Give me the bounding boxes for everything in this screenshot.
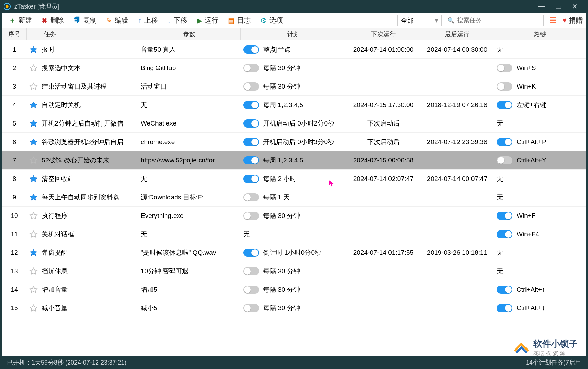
favorite-star-icon[interactable] xyxy=(29,193,38,201)
log-button[interactable]: ▤日志 xyxy=(224,14,254,26)
favorite-star-icon[interactable] xyxy=(29,249,38,257)
favorite-star-icon[interactable] xyxy=(29,267,38,275)
favorite-star-icon[interactable] xyxy=(29,138,38,146)
cell-hotkey: 左键+右键 xyxy=(494,101,586,109)
plan-toggle[interactable] xyxy=(243,267,259,275)
watermark-text: 软件小锁子 xyxy=(533,338,578,350)
move-down-button[interactable]: ↓下移 xyxy=(164,14,191,26)
move-up-button[interactable]: ↑上移 xyxy=(135,14,161,26)
new-button[interactable]: ＋新建 xyxy=(5,14,36,26)
plan-toggle[interactable] xyxy=(243,138,259,146)
maximize-button[interactable]: ▭ xyxy=(555,2,562,11)
plan-toggle[interactable] xyxy=(243,212,259,220)
hotkey-toggle[interactable] xyxy=(497,212,512,220)
favorite-star-icon[interactable] xyxy=(29,230,38,238)
options-button[interactable]: ⚙选项 xyxy=(257,14,286,26)
table-row[interactable]: 2 搜索选中文本 Bing GitHub 每隔 30 分钟 Win+S xyxy=(2,59,586,77)
table-row[interactable]: 15 减小音量 减小5 每隔 30 分钟 Ctrl+Alt+↓ xyxy=(2,299,586,317)
hotkey-toggle[interactable] xyxy=(497,82,512,91)
hotkey-toggle[interactable] xyxy=(497,138,512,146)
header-next[interactable]: 下次运行 xyxy=(346,28,420,40)
hotkey-toggle[interactable] xyxy=(497,304,512,312)
favorite-star-icon[interactable] xyxy=(29,304,38,312)
plan-toggle[interactable] xyxy=(243,101,259,109)
plan-toggle[interactable] xyxy=(243,175,259,183)
cell-param: 源:Downloads 目标:F: xyxy=(138,193,241,202)
cell-index: 12 xyxy=(2,249,27,256)
favorite-star-icon[interactable] xyxy=(29,212,38,220)
cell-param: 无 xyxy=(138,101,241,109)
cell-plan: 每隔 2 小时 xyxy=(241,174,346,183)
cell-last: 2024-07-14 00:30:00 xyxy=(420,46,494,53)
header-task[interactable]: 任务 xyxy=(27,28,138,40)
filter-dropdown[interactable]: 全部▾ xyxy=(397,15,442,26)
table-row[interactable]: 5 开机2分钟之后自动打开微信 WeChat.exe 开机启动后 0小时2分0秒… xyxy=(2,114,586,133)
cell-index: 15 xyxy=(2,304,27,312)
header-index[interactable]: 序号 xyxy=(2,28,27,40)
cell-param: WeChat.exe xyxy=(138,120,241,127)
watermark-logo-icon xyxy=(513,339,530,356)
plan-toggle[interactable] xyxy=(243,249,259,257)
table-row[interactable]: 12 弹窗提醒 "是时候该休息啦" QQ.wav 倒计时 1小时0分0秒 202… xyxy=(2,243,586,262)
favorite-star-icon[interactable] xyxy=(29,286,38,294)
table-row[interactable]: 8 清空回收站 无 每隔 2 小时 2024-07-14 02:07:47 20… xyxy=(2,170,586,188)
cell-last: 2019-03-26 10:18:11 xyxy=(420,249,494,256)
cell-hotkey: 无 xyxy=(494,119,586,128)
table-row[interactable]: 11 关机对话框 无 无 Win+F4 xyxy=(2,225,586,243)
plan-toggle[interactable] xyxy=(243,193,259,201)
table-row[interactable]: 6 谷歌浏览器开机3分钟后自启 chrome.exe 开机启动后 0小时3分0秒… xyxy=(2,133,586,151)
cell-plan: 每隔 30 分钟 xyxy=(241,64,346,73)
hotkey-toggle[interactable] xyxy=(497,230,512,238)
hotkey-toggle[interactable] xyxy=(497,64,512,72)
header-last[interactable]: 最后运行 xyxy=(420,28,494,40)
table-row[interactable]: 13 挡屏休息 10分钟 密码可退 每隔 30 分钟 无 xyxy=(2,262,586,280)
plan-toggle[interactable] xyxy=(243,156,259,164)
table-row[interactable]: 3 结束活动窗口及其进程 活动窗口 每隔 30 分钟 Win+K xyxy=(2,77,586,96)
header-hotkey[interactable]: 热键 xyxy=(494,28,586,40)
cell-plan: 每周 1,2,3,4,5 xyxy=(241,101,346,109)
cell-index: 7 xyxy=(2,157,27,164)
hotkey-toggle[interactable] xyxy=(497,286,512,294)
copy-button[interactable]: 🗐复制 xyxy=(70,14,100,26)
plan-toggle[interactable] xyxy=(243,64,259,72)
plan-toggle[interactable] xyxy=(243,119,259,128)
table-row[interactable]: 10 执行程序 Everything.exe 每隔 30 分钟 Win+F xyxy=(2,207,586,225)
plan-toggle[interactable] xyxy=(243,304,259,312)
favorite-star-icon[interactable] xyxy=(29,82,38,91)
list-view-button[interactable]: ☰ xyxy=(546,16,560,25)
table-row[interactable]: 1 报时 音量50 真人 整点|半点 2024-07-14 01:00:00 2… xyxy=(2,40,586,59)
favorite-star-icon[interactable] xyxy=(29,119,38,128)
edit-button[interactable]: ✎编辑 xyxy=(103,14,132,26)
header-plan[interactable]: 计划 xyxy=(241,28,346,40)
cell-last: 2024-07-12 23:39:38 xyxy=(420,138,494,146)
cell-next: 下次启动后 xyxy=(346,119,420,128)
header-param[interactable]: 参数 xyxy=(138,28,241,40)
status-task-count: 14个计划任务(7启用 xyxy=(526,358,581,367)
search-box[interactable]: 🔍 xyxy=(445,15,544,26)
minimize-button[interactable]: — xyxy=(538,2,545,11)
table-row[interactable]: 9 每天上午自动同步到资料盘 源:Downloads 目标:F: 每隔 1 天 … xyxy=(2,188,586,207)
favorite-star-icon[interactable] xyxy=(29,156,38,164)
run-button[interactable]: ▶运行 xyxy=(193,14,222,26)
hotkey-toggle[interactable] xyxy=(497,101,512,109)
table-row[interactable]: 4 自动定时关机 无 每周 1,2,3,4,5 2024-07-15 17:30… xyxy=(2,96,586,114)
cell-index: 3 xyxy=(2,83,27,90)
cell-hotkey: Win+F xyxy=(494,212,586,220)
plan-toggle[interactable] xyxy=(243,82,259,91)
favorite-star-icon[interactable] xyxy=(29,175,38,183)
search-input[interactable] xyxy=(457,17,541,24)
table-row[interactable]: 7 52破解 @心开始の未来 https://www.52pojie.cn/fo… xyxy=(2,151,586,170)
favorite-star-icon[interactable] xyxy=(29,64,38,72)
table-row[interactable]: 14 增加音量 增加5 每隔 30 分钟 Ctrl+Alt+↑ xyxy=(2,280,586,299)
hotkey-toggle[interactable] xyxy=(497,156,512,164)
donate-button[interactable]: ♥捐赠 xyxy=(563,16,583,25)
cell-plan: 每隔 1 天 xyxy=(241,193,346,202)
favorite-star-icon[interactable] xyxy=(29,45,38,54)
close-button[interactable]: ✕ xyxy=(572,2,578,11)
plan-toggle[interactable] xyxy=(243,286,259,294)
delete-button[interactable]: ✖删除 xyxy=(38,14,67,26)
cell-plan: 每隔 30 分钟 xyxy=(241,82,346,91)
chevron-down-icon: ▾ xyxy=(435,17,438,24)
favorite-star-icon[interactable] xyxy=(29,101,38,109)
plan-toggle[interactable] xyxy=(243,45,259,54)
